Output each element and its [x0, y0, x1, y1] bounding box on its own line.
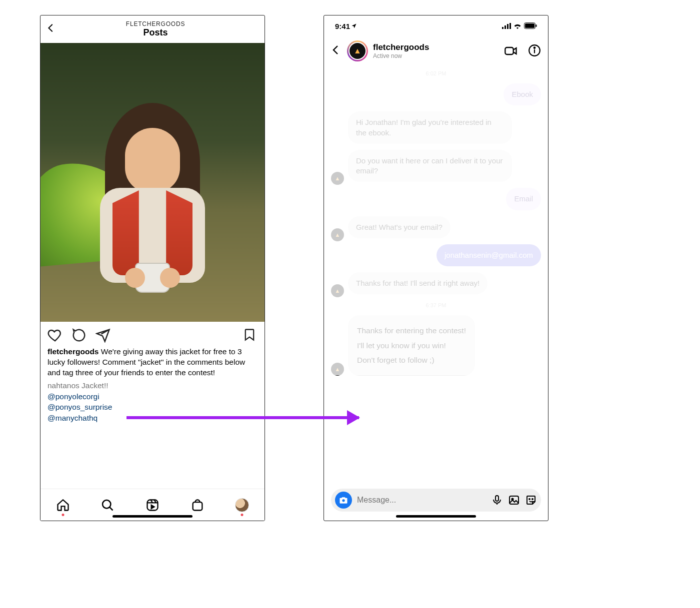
location-arrow-icon	[351, 22, 357, 30]
svg-line-1	[110, 507, 113, 510]
svg-point-14	[534, 47, 536, 48]
instagram-post-screen: FLETCHERGOODS Posts fletchergoods	[40, 15, 265, 521]
svg-rect-5	[504, 25, 506, 29]
svg-rect-3	[192, 502, 202, 510]
svg-rect-10	[536, 24, 537, 27]
camera-button[interactable]	[335, 492, 352, 509]
bookmark-icon[interactable]	[242, 328, 258, 343]
home-indicator	[112, 515, 192, 518]
message-input[interactable]	[357, 496, 486, 505]
annotation-arrow	[126, 416, 359, 419]
contest-message: Thanks for entering the contest! I'll le…	[348, 315, 475, 375]
mic-icon[interactable]	[491, 494, 503, 506]
back-button[interactable]	[330, 44, 342, 58]
svg-point-20	[532, 499, 533, 500]
post-action-bar	[40, 322, 264, 346]
svg-rect-16	[496, 496, 498, 501]
sent-message[interactable]: Ebook	[331, 83, 541, 108]
svg-rect-11	[505, 47, 513, 54]
heart-icon[interactable]	[48, 328, 62, 343]
timestamp: 6:02 PM	[331, 70, 541, 76]
instagram-dm-screen: 9:41 ▲ fletchergoods Active now 6:0	[324, 15, 548, 521]
comment-icon[interactable]	[72, 328, 86, 343]
sent-message[interactable]: jonathansenin@gmail.com	[331, 244, 541, 269]
header-brand: FLETCHERGOODS	[52, 20, 260, 27]
timestamp: 6:37 PM	[331, 302, 541, 308]
post-image[interactable]	[40, 43, 264, 322]
gallery-icon[interactable]	[508, 494, 520, 506]
info-icon[interactable]	[528, 44, 542, 58]
chat-username[interactable]: fletchergoods	[373, 42, 429, 52]
comment-text: Jacket!!	[80, 381, 108, 390]
comment-username[interactable]: nahtanos	[48, 381, 80, 390]
svg-point-0	[102, 500, 110, 508]
received-message[interactable]: ▲Great! What's your email?	[331, 216, 541, 241]
received-message[interactable]: ▲Do you want it here or can I deliver it…	[331, 150, 541, 185]
profile-tab[interactable]	[235, 498, 249, 512]
svg-rect-6	[507, 24, 508, 29]
status-bar: 9:41	[324, 15, 548, 36]
caption-username[interactable]: fletchergoods	[48, 347, 98, 356]
cellular-icon	[502, 22, 511, 30]
share-icon[interactable]	[96, 328, 110, 343]
home-icon[interactable]	[56, 498, 70, 512]
svg-rect-17	[510, 496, 518, 504]
svg-point-19	[529, 499, 530, 500]
chat-header: ▲ fletchergoods Active now	[324, 36, 548, 65]
video-call-icon[interactable]	[504, 44, 518, 58]
post-caption: fletchergoods We're giving away this jac…	[40, 346, 264, 380]
mention-link[interactable]: @ponyolecorgi	[40, 391, 264, 402]
received-message[interactable]: ▲Thanks for that! I'll send it right awa…	[331, 272, 541, 297]
svg-rect-7	[510, 23, 511, 29]
sticker-icon[interactable]	[525, 494, 537, 506]
reels-icon[interactable]	[146, 498, 160, 512]
home-indicator	[396, 515, 476, 518]
sent-message[interactable]: Email	[331, 188, 541, 213]
post-header: FLETCHERGOODS Posts	[40, 15, 264, 43]
svg-point-15	[342, 499, 344, 502]
mention-link[interactable]: @ponyos_surprise	[40, 402, 264, 413]
received-message[interactable]: Hi Jonathan! I'm glad you're interested …	[331, 111, 541, 147]
wifi-icon	[513, 22, 522, 30]
chat-status: Active now	[373, 52, 429, 59]
header-title: Posts	[52, 27, 260, 38]
post-comment[interactable]: nahtanos Jacket!!	[40, 380, 264, 391]
chat-avatar[interactable]: ▲	[347, 40, 368, 61]
status-time: 9:41	[335, 22, 350, 30]
svg-rect-2	[147, 500, 158, 510]
search-icon[interactable]	[100, 498, 114, 512]
shop-icon[interactable]	[190, 498, 204, 512]
svg-rect-4	[502, 27, 504, 29]
message-composer	[331, 489, 541, 512]
battery-icon	[524, 22, 537, 30]
received-message[interactable]: ▲ Thanks for entering the contest! I'll …	[331, 315, 541, 375]
svg-rect-9	[525, 23, 534, 28]
